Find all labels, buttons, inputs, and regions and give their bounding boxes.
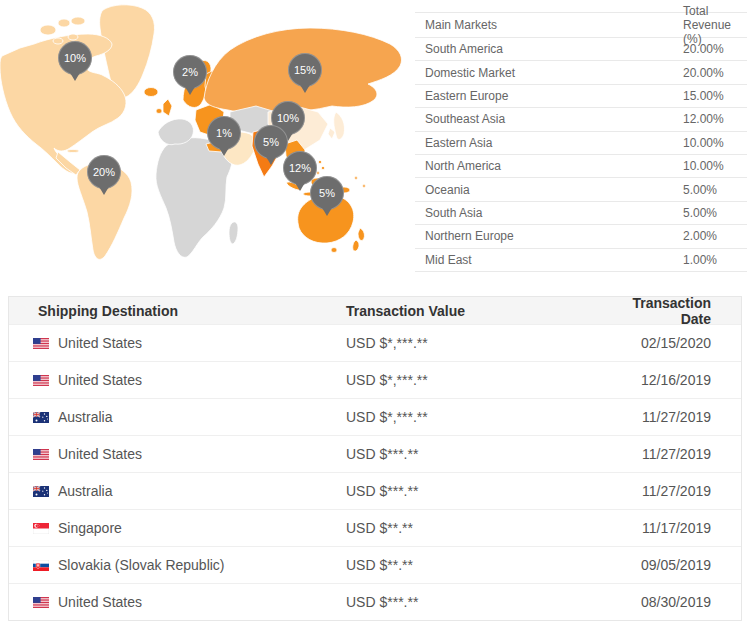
transaction-row: United States USD $*,***.** 02/15/2020: [9, 324, 741, 361]
market-revenue: 20.00%: [683, 66, 747, 80]
map-pin-label: 12%: [289, 162, 311, 174]
market-revenue: 15.00%: [683, 89, 747, 103]
market-row: Mid East1.00%: [415, 249, 747, 272]
transaction-country: United States: [58, 446, 142, 462]
map-region-pacific-island: [363, 185, 366, 188]
market-row: Domestic Market20.00%: [415, 61, 747, 84]
map-region-uk: [163, 99, 172, 116]
market-name: Southeast Asia: [415, 112, 683, 126]
map-pin-label: 10%: [277, 112, 299, 124]
market-row: South Asia5.00%: [415, 202, 747, 225]
map-region-pacific-island: [355, 177, 358, 180]
market-row: Northern Europe2.00%: [415, 225, 747, 248]
australia-flag-icon: [33, 486, 49, 497]
map-region-philippines: [317, 172, 320, 175]
australia-flag-icon: [33, 412, 49, 423]
transaction-value: USD $***.**: [346, 483, 606, 499]
market-name: South Asia: [415, 206, 683, 220]
world-map: 10% 2% 15% 10% 1% 5% 12% 20% 5%: [0, 0, 410, 285]
map-region-madagascar: [229, 222, 238, 244]
transaction-row: United States USD $***.** 08/30/2019: [9, 583, 741, 620]
transactions-header: Shipping Destination Transaction Value T…: [9, 297, 741, 324]
map-region-arctic-island: [68, 34, 78, 40]
market-revenue: 5.00%: [683, 206, 747, 220]
united-states-flag-icon: [33, 375, 49, 386]
transaction-date: 08/30/2019: [606, 594, 741, 610]
market-revenue: 20.00%: [683, 42, 747, 56]
map-pin[interactable]: 1%: [207, 116, 241, 150]
map-pin[interactable]: 10%: [58, 41, 92, 75]
transaction-row: Slovakia (Slovak Republic) USD $**.** 09…: [9, 546, 741, 583]
map-region-new-zealand: [353, 240, 359, 251]
market-revenue: 10.00%: [683, 159, 747, 173]
main-markets-header: Main Markets Total Revenue (%): [415, 12, 747, 38]
transaction-country: Singapore: [58, 520, 122, 536]
market-row: North America10.00%: [415, 155, 747, 178]
market-row: Eastern Europe15.00%: [415, 85, 747, 108]
map-pin[interactable]: 5%: [310, 176, 344, 210]
map-pin-label: 2%: [182, 66, 198, 78]
transaction-value: USD $*,***.**: [346, 372, 606, 388]
market-revenue: 2.00%: [683, 229, 747, 243]
main-markets-header-label: Main Markets: [415, 18, 683, 32]
transaction-date: 11/17/2019: [606, 520, 741, 536]
market-name: Eastern Europe: [415, 89, 683, 103]
market-revenue: 1.00%: [683, 253, 747, 267]
map-pin-label: 15%: [294, 64, 316, 76]
map-pin-label: 1%: [216, 127, 232, 139]
transaction-row: United States USD $*,***.** 12/16/2019: [9, 361, 741, 398]
united-states-flag-icon: [33, 449, 49, 460]
map-region-philippines: [321, 166, 324, 169]
map-pin[interactable]: 12%: [283, 151, 317, 185]
map-pin-label: 20%: [93, 166, 115, 178]
map-pin[interactable]: 20%: [87, 155, 121, 189]
map-pin[interactable]: 15%: [288, 53, 322, 87]
map-region-arctic-island: [58, 19, 70, 27]
market-name: Eastern Asia: [415, 136, 683, 150]
transactions-table: Shipping Destination Transaction Value T…: [8, 296, 742, 621]
map-pin-label: 5%: [319, 187, 335, 199]
map-pin-label: 10%: [64, 52, 86, 64]
page: 10% 2% 15% 10% 1% 5% 12% 20% 5% Main Mar…: [0, 0, 750, 638]
market-name: North America: [415, 159, 683, 173]
slovakia-flag-icon: [33, 560, 49, 571]
transaction-value: USD $***.**: [346, 446, 606, 462]
map-region-arctic-island: [40, 25, 56, 35]
transaction-date-header: Transaction Date: [606, 295, 741, 327]
united-states-flag-icon: [33, 597, 49, 608]
map-region-japan: [334, 112, 345, 139]
market-name: Domestic Market: [415, 66, 683, 80]
transaction-row: Australia USD $*,***.** 11/27/2019: [9, 398, 741, 435]
map-pin[interactable]: 2%: [173, 55, 207, 89]
market-name: South America: [415, 42, 683, 56]
transaction-value: USD $*,***.**: [346, 335, 606, 351]
map-pin[interactable]: 5%: [254, 125, 288, 159]
market-revenue: 10.00%: [683, 136, 747, 150]
transaction-value-header: Transaction Value: [346, 303, 606, 319]
market-name: Oceania: [415, 183, 683, 197]
market-revenue: 12.00%: [683, 112, 747, 126]
total-revenue-header-label: Total Revenue (%): [683, 4, 747, 46]
shipping-destination-header: Shipping Destination: [9, 303, 346, 319]
map-region-arctic-island: [53, 38, 63, 44]
transaction-country: Australia: [58, 483, 112, 499]
transaction-value: USD $***.**: [346, 594, 606, 610]
transaction-date: 12/16/2019: [606, 372, 741, 388]
map-region-tasmania: [331, 248, 337, 253]
map-region-arctic-island: [71, 17, 85, 25]
transaction-country: United States: [58, 594, 142, 610]
map-region-iceland: [144, 88, 158, 97]
transaction-date: 11/27/2019: [606, 483, 741, 499]
transaction-country: Slovakia (Slovak Republic): [58, 557, 225, 573]
map-region-ireland: [156, 109, 162, 114]
transaction-date: 11/27/2019: [606, 446, 741, 462]
market-name: Mid East: [415, 253, 683, 267]
market-revenue: 5.00%: [683, 183, 747, 197]
world-map-svg: [0, 0, 410, 285]
map-region-new-zealand: [358, 228, 364, 241]
transaction-date: 02/15/2020: [606, 335, 741, 351]
transaction-value: USD $**.**: [346, 520, 606, 536]
transaction-row: Australia USD $***.** 11/27/2019: [9, 472, 741, 509]
transaction-row: Singapore USD $**.** 11/17/2019: [9, 509, 741, 546]
transaction-country: Australia: [58, 409, 112, 425]
